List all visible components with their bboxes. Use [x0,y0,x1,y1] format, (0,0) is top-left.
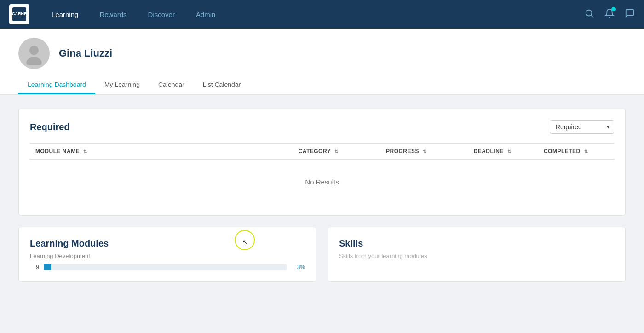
sort-icon-progress: ⇅ [423,149,427,154]
col-category[interactable]: CATEGORY ⇅ [293,144,381,160]
nav-item-learning[interactable]: Learning [43,7,86,22]
chat-icon[interactable] [625,8,635,21]
required-dropdown-wrapper: Required Optional All ▾ [550,120,614,134]
sort-icon-module: ⇅ [83,149,87,154]
chart-left-label: 9 [30,264,39,270]
required-dropdown[interactable]: Required Optional All [550,120,614,134]
required-title: Required [30,122,70,132]
user-name: Gina Liuzzi [59,47,112,59]
col-progress[interactable]: PROGRESS ⇅ [380,144,468,160]
tab-learning-dashboard[interactable]: Learning Dashboard [18,76,95,94]
tab-list-calendar[interactable]: List Calendar [194,76,250,94]
chart-subtitle: Learning Development [30,253,305,259]
profile-tabs: Learning Dashboard My Learning Calendar … [18,76,626,94]
navbar-icons [584,8,635,21]
tab-my-learning[interactable]: My Learning [95,76,149,94]
chart-bar-background [44,264,287,270]
learning-modules-title: Learning Modules [30,238,109,249]
sort-icon-category: ⇅ [334,149,339,154]
nav-item-admin[interactable]: Admin [188,7,224,22]
col-deadline[interactable]: DEADLINE ⇅ [468,144,538,160]
skills-subtitle: Skills from your learning modules [339,253,614,259]
svg-point-2 [29,46,39,55]
col-completed[interactable]: COMPLETED ⇅ [538,144,614,160]
svg-line-1 [591,15,593,17]
svg-point-0 [586,10,592,16]
nav-menu: Learning Rewards Discover Admin [43,7,584,22]
col-module-name[interactable]: MODULE NAME ⇅ [30,144,293,160]
nav-item-rewards[interactable]: Rewards [91,7,135,22]
avatar [18,38,50,69]
chart-row: 9 3% [30,264,305,270]
nav-item-discover[interactable]: Discover [140,7,183,22]
tab-calendar[interactable]: Calendar [149,76,194,94]
sort-icon-completed: ⇅ [584,149,588,154]
notification-badge [611,7,616,11]
notification-icon[interactable] [604,8,615,21]
search-icon[interactable] [584,8,594,21]
no-results-text: No Results [30,160,614,205]
skills-card: Skills Skills from your learning modules [328,227,626,282]
profile-header: Gina Liuzzi Learning Dashboard My Learni… [0,29,644,95]
required-table: MODULE NAME ⇅ CATEGORY ⇅ PROGRESS ⇅ DEAD… [30,143,614,204]
logo[interactable]: CARNE [9,4,29,24]
learning-modules-card: Learning Modules Learning Development 9 … [18,227,316,282]
skills-title: Skills [339,238,363,249]
sort-icon-deadline: ⇅ [507,149,512,154]
navbar: CARNE Learning Rewards Discover Admin [0,0,644,29]
required-card: Required Required Optional All ▾ MODULE … [18,109,626,216]
chart-right-label: 3% [291,264,305,270]
svg-point-3 [26,57,41,65]
bottom-row: Learning Modules Learning Development 9 … [18,227,626,293]
chart-bar-fill [44,264,51,270]
logo-text: CARNE [12,12,27,17]
main-content: Required Required Optional All ▾ MODULE … [0,95,644,307]
